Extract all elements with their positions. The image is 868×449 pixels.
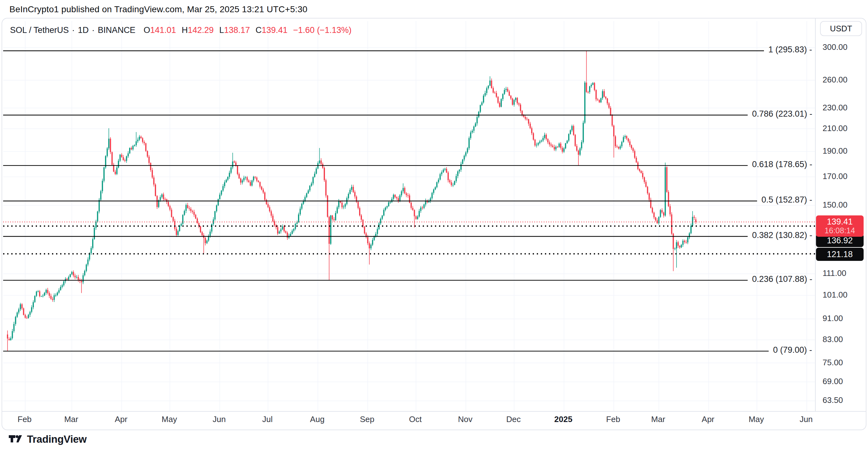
- price-axis-tick: 91.00: [823, 313, 843, 323]
- fib-level-label: 0.786 (223.01) -: [752, 109, 812, 119]
- legend-ohlc: O141.01H142.29L138.17C139.41−1.60 (−1.13…: [144, 25, 351, 35]
- price-axis-tick: 230.00: [823, 103, 848, 113]
- tradingview-logo-text: TradingView: [27, 433, 87, 445]
- legend-interval: 1D: [78, 25, 89, 35]
- low-value: 138.17: [224, 25, 250, 35]
- time-axis-label: Apr: [115, 415, 127, 424]
- price-axis-tick: 75.00: [823, 358, 843, 367]
- legend-symbol: SOL / TetherUS: [10, 25, 69, 35]
- time-axis-label: Feb: [18, 415, 32, 424]
- time-axis-label: Sep: [360, 415, 374, 424]
- price-line-badge: 121.18: [816, 248, 864, 261]
- chart-card: SOL / TetherUS·1D·BINANCEO141.01H142.29L…: [2, 18, 866, 430]
- attribution-text: BeInCrypto1 published on TradingView.com…: [9, 4, 307, 16]
- candlestick-chart: [2, 19, 866, 429]
- time-axis-label: Oct: [409, 415, 422, 424]
- price-axis-tick: 210.00: [823, 123, 848, 133]
- close-value: 139.41: [262, 25, 288, 35]
- footer-bar: TradingView: [0, 431, 868, 449]
- time-axis-label: Jun: [800, 415, 813, 424]
- price-axis-tick: 83.00: [823, 334, 843, 344]
- high-value: 142.29: [188, 25, 214, 35]
- open-label: O: [144, 25, 150, 35]
- time-axis-label: May: [749, 415, 764, 424]
- current-price-badge: 139.41 16:08:14: [816, 215, 864, 237]
- time-axis-label: 2025: [554, 415, 572, 424]
- tradingview-screenshot: BeInCrypto1 published on TradingView.com…: [0, 0, 868, 449]
- price-axis-tick: 300.00: [823, 42, 848, 52]
- legend-separator-2: ·: [92, 25, 95, 35]
- fib-level-label: 0 (79.00) -: [773, 345, 812, 355]
- tradingview-logo-icon: [9, 435, 23, 444]
- close-label: C: [255, 25, 262, 35]
- legend-separator: ·: [72, 25, 75, 35]
- time-axis-label: Mar: [651, 415, 665, 424]
- legend-exchange: BINANCE: [98, 25, 135, 35]
- high-label: H: [182, 25, 188, 35]
- fib-level-label: 0.382 (130.82) -: [752, 231, 812, 240]
- price-axis-tick: 190.00: [823, 146, 848, 156]
- fib-level-label: 0.236 (107.88) -: [752, 274, 812, 284]
- time-axis-label: Mar: [64, 415, 78, 424]
- chart-surface[interactable]: [2, 19, 866, 429]
- time-axis-label: Feb: [606, 415, 620, 424]
- time-axis-label: Jun: [213, 415, 226, 424]
- price-axis-tick: 69.00: [823, 377, 843, 386]
- fib-level-label: 0.5 (152.87) -: [762, 195, 812, 205]
- price-axis-tick: 111.00: [823, 268, 846, 278]
- tradingview-logo: TradingView: [9, 433, 87, 445]
- time-axis-label: Dec: [506, 415, 521, 424]
- current-price-value: 139.41: [816, 217, 864, 227]
- time-axis-label: Jul: [262, 415, 273, 424]
- fib-level-label: 1 (295.83) -: [768, 45, 812, 55]
- time-axis-label: Apr: [702, 415, 714, 424]
- fib-level-label: 0.618 (178.65) -: [752, 159, 812, 169]
- price-axis-tick: 150.00: [823, 200, 848, 210]
- price-axis-tick: 63.50: [823, 395, 843, 405]
- time-axis-label: May: [162, 415, 177, 424]
- change-value: −1.60 (−1.13%): [293, 25, 351, 35]
- price-axis-tick: 170.00: [823, 172, 848, 181]
- currency-toggle-button[interactable]: USDT: [820, 21, 862, 36]
- bar-countdown: 16:08:14: [816, 227, 864, 235]
- price-axis-tick: 101.00: [823, 290, 848, 300]
- low-label: L: [219, 25, 224, 35]
- price-axis-tick: 260.00: [823, 75, 848, 85]
- time-axis-label: Nov: [458, 415, 472, 424]
- chart-legend: SOL / TetherUS·1D·BINANCEO141.01H142.29L…: [10, 25, 351, 35]
- open-value: 141.01: [150, 25, 176, 35]
- time-axis-label: Aug: [310, 415, 324, 424]
